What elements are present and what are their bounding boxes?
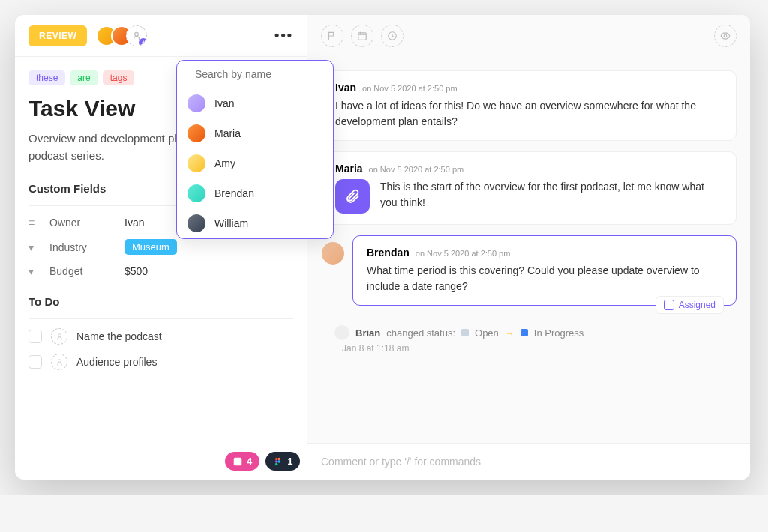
comment-time: on Nov 5 2020 at 2:50 pm <box>362 84 458 93</box>
arrow-icon: → <box>505 327 514 339</box>
comment-time: on Nov 5 2020 at 2:50 pm <box>416 249 511 258</box>
comment: Maria on Nov 5 2020 at 2:50 pm This is t… <box>321 151 736 225</box>
todo-label[interactable]: Audience profiles <box>76 356 157 368</box>
field-label: Owner <box>50 217 124 229</box>
checkbox[interactable] <box>28 330 42 343</box>
name: William <box>214 217 248 229</box>
add-assignee-button[interactable]: + <box>126 25 147 46</box>
name: Brendan <box>214 187 254 199</box>
divider <box>28 318 293 319</box>
activity-user: Brian <box>356 327 380 339</box>
todo-item: Name the podcast <box>28 328 293 345</box>
assignee-dropdown: Ivan Maria Amy Brendan William <box>176 60 334 239</box>
field-label: Industry <box>50 241 124 253</box>
comment-text: I have a lot of ideas for this! Do we ha… <box>335 98 722 130</box>
left-header: REVIEW + ••• <box>15 15 307 57</box>
svg-point-10 <box>275 460 278 463</box>
avatar <box>188 214 206 232</box>
svg-rect-3 <box>358 33 367 40</box>
assign-icon[interactable] <box>51 354 68 370</box>
tag[interactable]: these <box>28 70 65 85</box>
comment-author: Maria <box>335 163 363 175</box>
assignee-avatars: + <box>96 25 147 46</box>
clock-icon[interactable] <box>381 25 404 47</box>
comment-input[interactable]: Comment or type '/' for commands <box>308 443 750 480</box>
svg-rect-7 <box>234 457 242 465</box>
assign-icon[interactable] <box>51 328 68 345</box>
status-dot <box>520 329 528 336</box>
integration-badge[interactable]: 1 <box>266 452 300 471</box>
assigned-label: Assigned <box>679 300 716 310</box>
attachment-icon[interactable] <box>335 179 370 214</box>
dropdown-icon: ▾ <box>28 241 40 253</box>
avatar <box>188 94 206 112</box>
name: Ivan <box>214 97 234 109</box>
review-button[interactable]: REVIEW <box>28 25 87 46</box>
watch-icon[interactable] <box>714 25 736 47</box>
checkbox-icon <box>664 300 674 310</box>
name: Maria <box>214 127 241 139</box>
dropdown-search <box>177 61 333 88</box>
assigned-chip[interactable]: Assigned <box>656 296 724 314</box>
svg-point-0 <box>135 32 139 36</box>
status-from: Open <box>475 327 499 339</box>
invision-icon <box>232 456 243 467</box>
field-value[interactable]: $500 <box>124 265 148 277</box>
activity-action: changed status: <box>386 327 455 339</box>
comment-author: Brendan <box>367 247 410 259</box>
comments-list: Ivan on Nov 5 2020 at 2:50 pm I have a l… <box>308 57 750 443</box>
avatar <box>188 154 206 172</box>
activity-entry: Brian changed status: Open → In Progress <box>334 325 736 340</box>
field-row-industry: ▾ Industry Museum <box>28 239 293 255</box>
more-button[interactable]: ••• <box>274 28 293 43</box>
comment-highlighted: Brendan on Nov 5 2020 at 2:50 pm What ti… <box>352 235 736 306</box>
name: Amy <box>214 157 236 169</box>
plus-icon: + <box>139 38 147 46</box>
activity-time: Jan 8 at 1:18 am <box>342 343 736 354</box>
badge-count: 4 <box>247 456 252 467</box>
field-label: Budget <box>50 265 124 277</box>
status-dot <box>461 329 469 336</box>
todo-item: Audience profiles <box>28 354 293 370</box>
calendar-icon[interactable] <box>351 25 374 47</box>
field-pill[interactable]: Museum <box>124 239 177 255</box>
dropdown-item[interactable]: William <box>177 208 333 238</box>
comment-text: What time period is this covering? Could… <box>367 263 722 294</box>
svg-point-2 <box>58 359 61 362</box>
comment-time: on Nov 5 2020 at 2:50 pm <box>369 165 464 174</box>
tag[interactable]: are <box>70 70 98 85</box>
comment: Ivan on Nov 5 2020 at 2:50 pm I have a l… <box>321 70 736 141</box>
tag[interactable]: tags <box>103 70 135 85</box>
footer-badges: 4 1 <box>225 452 300 471</box>
todo-heading: To Do <box>28 295 293 308</box>
avatar <box>188 124 206 142</box>
figma-icon <box>273 456 284 467</box>
comment-avatar[interactable] <box>322 242 344 265</box>
svg-point-5 <box>724 34 727 37</box>
svg-point-9 <box>278 457 281 460</box>
app-window: REVIEW + ••• these are tags Task View Ov… <box>15 15 750 480</box>
checkbox[interactable] <box>28 355 42 369</box>
todo-label[interactable]: Name the podcast <box>76 330 162 342</box>
right-header <box>308 15 750 57</box>
avatar <box>188 184 206 202</box>
field-row-budget: ▾ Budget $500 <box>28 265 293 277</box>
dropdown-item[interactable]: Ivan <box>177 88 333 118</box>
svg-point-12 <box>275 462 278 465</box>
svg-point-11 <box>278 460 281 463</box>
field-value[interactable]: Ivan <box>124 217 144 229</box>
dropdown-icon: ▾ <box>28 265 40 277</box>
dropdown-item[interactable]: Maria <box>177 118 333 148</box>
status-to: In Progress <box>534 327 584 339</box>
avatar <box>334 325 350 340</box>
dropdown-item[interactable]: Amy <box>177 148 333 178</box>
text-icon: ≡ <box>28 217 40 229</box>
comment-text: This is the start of the overview for th… <box>380 179 722 214</box>
svg-point-8 <box>275 457 278 460</box>
search-input[interactable] <box>195 68 326 80</box>
flag-icon[interactable] <box>321 25 344 47</box>
dropdown-item[interactable]: Brendan <box>177 178 333 208</box>
right-panel: Ivan on Nov 5 2020 at 2:50 pm I have a l… <box>308 15 750 480</box>
badge-count: 1 <box>287 456 292 467</box>
integration-badge[interactable]: 4 <box>225 452 260 471</box>
